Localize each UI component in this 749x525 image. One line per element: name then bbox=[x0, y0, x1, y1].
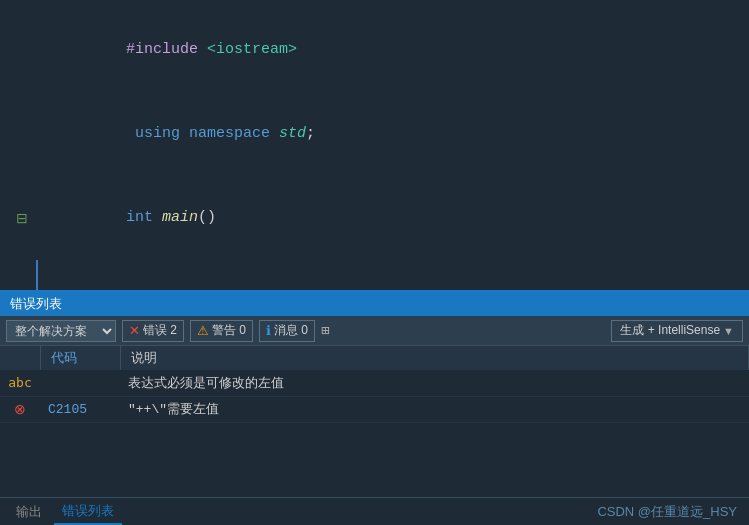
info-count-label: 消息 0 bbox=[274, 322, 308, 339]
error-list: 代码 说明 abc 表达式必须是可修改的左值 ⊗ C2105 bbox=[0, 346, 749, 497]
col-icon-header bbox=[0, 346, 40, 370]
collapse-minus-icon[interactable]: ⊟ bbox=[16, 204, 28, 232]
bottom-tab-bar: 输出 错误列表 CSDN @任重道远_HSY bbox=[0, 497, 749, 525]
code-line-3: ⊟ int main() bbox=[0, 176, 749, 260]
code-line-1: #include <iostream> bbox=[0, 8, 749, 92]
token: std bbox=[279, 125, 306, 142]
code-block: { cout << "嗨客网(www.haicoder.net)\n" << e… bbox=[0, 260, 749, 290]
row-icon-2: ⊗ bbox=[0, 396, 40, 422]
error-table: 代码 说明 abc 表达式必须是可修改的左值 ⊗ C2105 bbox=[0, 346, 749, 423]
tab-output[interactable]: 输出 bbox=[8, 500, 50, 524]
token: #include bbox=[126, 41, 207, 58]
code-line-2: using namespace std; bbox=[0, 92, 749, 176]
token bbox=[126, 125, 135, 142]
row-desc-1: 表达式必须是可修改的左值 bbox=[120, 370, 749, 396]
panel-toolbar: 整个解决方案 ✕ 错误 2 ⚠ 警告 0 ℹ 消息 0 ⊞ 生成 + Intel… bbox=[0, 316, 749, 346]
info-icon: ℹ bbox=[266, 323, 271, 338]
token: using bbox=[135, 125, 189, 142]
code-lines: #include <iostream> using namespace std;… bbox=[0, 0, 749, 290]
line-content-2: using namespace std; bbox=[50, 92, 749, 176]
token: int bbox=[126, 209, 162, 226]
error-row-2[interactable]: ⊗ C2105 "++\"需要左值 bbox=[0, 396, 749, 422]
row-code-2: C2105 bbox=[40, 396, 120, 422]
token: ; bbox=[306, 125, 315, 142]
token: namespace bbox=[189, 125, 279, 142]
separator-icon: ⊞ bbox=[321, 322, 329, 339]
code-editor: #include <iostream> using namespace std;… bbox=[0, 0, 749, 290]
error-count-btn[interactable]: ✕ 错误 2 bbox=[122, 320, 184, 342]
line-content-4: { bbox=[50, 260, 749, 290]
row-code-1 bbox=[40, 370, 120, 396]
info-count-btn[interactable]: ℹ 消息 0 bbox=[259, 320, 315, 342]
abc-icon: abc bbox=[8, 375, 31, 390]
token: <iostream> bbox=[207, 41, 297, 58]
filter-select[interactable]: 整个解决方案 bbox=[6, 320, 116, 342]
table-header-row: 代码 说明 bbox=[0, 346, 749, 370]
build-label: 生成 + IntelliSense bbox=[620, 322, 720, 339]
error-circle-icon: ⊗ bbox=[14, 402, 26, 418]
warning-icon: ⚠ bbox=[197, 323, 209, 338]
build-btn[interactable]: 生成 + IntelliSense ▼ bbox=[611, 320, 743, 342]
line-gutter-3: ⊟ bbox=[8, 204, 36, 232]
line-content-3: int main() bbox=[50, 176, 749, 260]
panel-header: 错误列表 bbox=[0, 292, 749, 316]
error-count-label: 错误 2 bbox=[143, 322, 177, 339]
watermark: CSDN @任重道远_HSY bbox=[597, 503, 737, 521]
error-icon: ✕ bbox=[129, 323, 140, 338]
warning-count-btn[interactable]: ⚠ 警告 0 bbox=[190, 320, 253, 342]
code-line-4: { bbox=[0, 260, 749, 290]
warning-count-label: 警告 0 bbox=[212, 322, 246, 339]
panel-title: 错误列表 bbox=[10, 295, 62, 313]
row-desc-2: "++\"需要左值 bbox=[120, 396, 749, 422]
row-icon-1: abc bbox=[0, 370, 40, 396]
col-code-header: 代码 bbox=[40, 346, 120, 370]
error-panel: 错误列表 整个解决方案 ✕ 错误 2 ⚠ 警告 0 ℹ 消息 0 ⊞ 生成 + … bbox=[0, 290, 749, 525]
col-desc-header: 说明 bbox=[120, 346, 749, 370]
token: () bbox=[198, 209, 216, 226]
error-row-1[interactable]: abc 表达式必须是可修改的左值 bbox=[0, 370, 749, 396]
line-content-1: #include <iostream> bbox=[50, 8, 749, 92]
token: main bbox=[162, 209, 198, 226]
tab-error-list[interactable]: 错误列表 bbox=[54, 499, 122, 525]
build-arrow-icon: ▼ bbox=[723, 325, 734, 337]
